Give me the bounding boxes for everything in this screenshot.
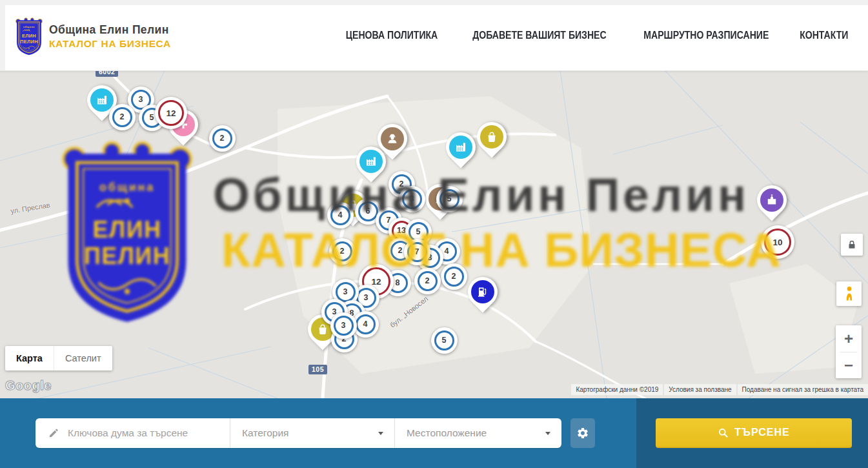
cluster-marker[interactable]: 2 [329,238,356,265]
zoom-in-button[interactable]: + [836,326,862,352]
factory-pin[interactable] [446,132,476,162]
map-type-map-button[interactable]: Карта [5,346,54,371]
street-view-pegman-button[interactable] [836,281,862,306]
search-icon [718,427,729,438]
main-nav: ЦЕНОВА ПОЛИТИКА ДОБАВЕТЕ ВАШИЯТ БИЗНЕС М… [339,0,852,70]
category-select[interactable]: Категория [230,418,395,448]
cluster-marker[interactable]: 2 [441,263,467,290]
municipality-crest-logo: община ЕЛИН ПЕЛИН [14,17,44,56]
zoom-control: + − [836,325,862,378]
bag-pin[interactable] [477,122,507,152]
search-submit-button[interactable]: ТЪРСЕНЕ [656,418,852,448]
keyword-field-wrap [35,418,230,448]
keyword-search-input[interactable] [35,418,230,448]
attribution-copyright: Картографски данни ©2019 [571,384,663,395]
search-bar: Категория Местоположение ТЪРСЕНЕ [0,398,868,468]
cluster-marker[interactable]: 3 [399,186,425,212]
chevron-down-icon [545,432,550,435]
window-edge-top [0,0,868,5]
cluster-marker[interactable]: 2 [109,104,136,130]
factory-icon [454,141,467,154]
fuel-pin[interactable] [468,277,498,307]
worker-pin[interactable] [378,124,407,154]
attribution-report-link[interactable]: Подаване на сигнал за грешка в картата [738,384,868,395]
cluster-marker[interactable]: 12 [155,97,187,129]
cluster-marker[interactable]: 5 [436,186,463,212]
pencil-icon [48,427,59,439]
cluster-marker[interactable]: 3 [330,312,357,339]
map-attribution: Картографски данни ©2019 Условия за полз… [571,384,868,395]
attribution-terms-link[interactable]: Условия за ползване [664,384,736,395]
cluster-marker[interactable]: 7 [404,239,430,265]
advanced-search-button[interactable] [570,418,595,448]
cluster-marker[interactable]: 2 [414,268,441,294]
nav-item-pricing[interactable]: ЦЕНОВА ПОЛИТИКА [346,30,438,41]
map-markers-layer: 32512225364713522487282122338343510 [0,70,868,398]
worker-icon [386,132,399,145]
location-select[interactable]: Местоположение [395,418,561,448]
site-title: Община Елин Пелин [49,25,171,36]
factory-icon [96,94,108,107]
map-lock-control[interactable] [841,234,863,256]
search-button-label: ТЪРСЕНЕ [734,427,789,438]
bag-icon [485,130,498,143]
google-logo[interactable]: Google [5,378,52,393]
map-type-satellite-button[interactable]: Сателит [54,346,112,371]
cluster-marker[interactable]: 10 [761,225,794,259]
pegman-icon [842,285,857,302]
nav-item-add-business[interactable]: ДОБАВЕТЕ ВАШИЯТ БИЗНЕС [472,30,607,41]
location-select-label: Местоположение [395,427,487,439]
site-logo[interactable]: община ЕЛИН ПЕЛИН Община Елин Пелин КАТА… [14,17,171,56]
chevron-down-icon [378,432,383,435]
header: община ЕЛИН ПЕЛИН Община Елин Пелин КАТА… [0,0,868,71]
site-subtitle: КАТАЛОГ НА БИЗНЕСА [49,39,171,49]
church-icon [765,194,778,207]
gear-icon [576,427,589,440]
lock-icon [846,239,858,250]
factory-icon [365,155,378,168]
nav-item-route-schedule[interactable]: МАРШРУТНО РАЗПИСАНИЕ [643,30,769,41]
site-title-block: Община Елин Пелин КАТАЛОГ НА БИЗНЕСА [49,25,171,49]
svg-text:община: община [23,26,35,28]
church-pin[interactable] [757,185,787,215]
fuel-icon [476,285,489,298]
nav-item-contacts[interactable]: КОНТАКТИ [800,30,849,41]
map-type-control: Карта Сателит [5,346,112,371]
svg-text:ПЕЛИН: ПЕЛИН [20,39,38,45]
cluster-marker[interactable]: 5 [431,327,458,354]
google-map[interactable]: 6002 105 ул. Преслав бул. „Новосел 32512… [0,70,868,398]
cluster-marker[interactable]: 4 [327,202,354,229]
bag-icon [316,323,329,336]
search-fields-group: Категория Местоположение [35,418,561,448]
window-edge-left [0,0,5,70]
svg-text:ЕЛИН: ЕЛИН [22,33,36,39]
cluster-marker[interactable]: 2 [209,125,236,152]
zoom-out-button[interactable]: − [836,352,862,378]
category-select-label: Категория [230,427,288,439]
